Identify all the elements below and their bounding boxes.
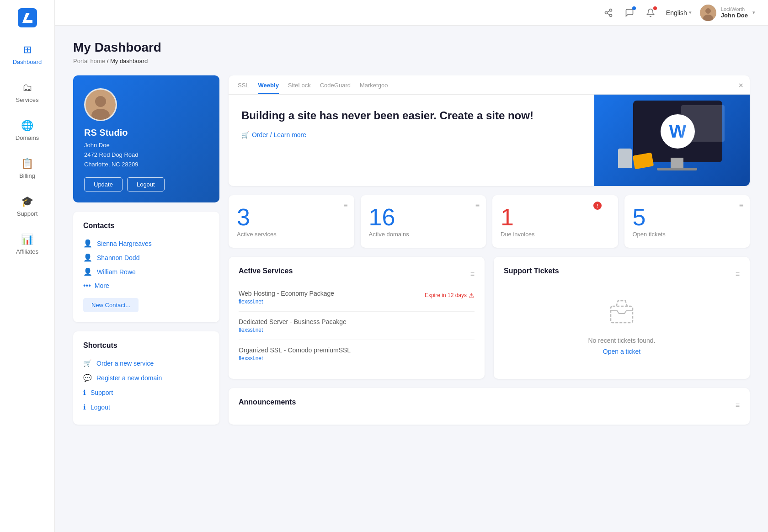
announcements-menu-icon[interactable]: ≡ (736, 401, 740, 410)
profile-studio: RS Studio (84, 128, 128, 138)
close-button[interactable]: × (738, 81, 743, 90)
content-area: My Dashboard Portal home / My dashboard (55, 26, 768, 532)
contact-item[interactable]: 👤 Sienna Hargreaves (83, 236, 209, 250)
service-name: Organized SSL - Comodo premiumSSL (239, 346, 475, 354)
contacts-title: Contacts (83, 222, 209, 230)
chat-icon-btn[interactable] (622, 5, 637, 20)
contact-item[interactable]: 👤 Shannon Dodd (83, 250, 209, 265)
language-selector[interactable]: English ▾ (666, 9, 692, 16)
shortcut-support[interactable]: ℹ Support (83, 385, 209, 400)
stat-menu-icon[interactable]: ≡ (475, 202, 480, 210)
stat-menu-icon[interactable]: ≡ (739, 202, 743, 210)
user-fullname: John Doe (721, 12, 748, 19)
service-domain[interactable]: flexssl.net (239, 298, 334, 305)
stat-number-tickets: 5 (633, 205, 646, 229)
contact-item[interactable]: 👤 William Rowe (83, 265, 209, 279)
open-ticket-link[interactable]: Open a ticket (603, 348, 641, 355)
notification-icon-btn[interactable] (643, 5, 658, 20)
stat-card-domains: ≡ 16 Active domains (361, 195, 486, 248)
user-company: LockWorth (721, 6, 748, 12)
stat-label-domains: Active domains (369, 231, 409, 238)
more-label: More (95, 282, 109, 289)
svg-rect-0 (18, 8, 37, 27)
domain-register-icon: 💬 (83, 374, 92, 382)
shortcut-order[interactable]: 🛒 Order a new service (83, 356, 209, 371)
profile-card: RS Studio John Doe 2472 Red Dog Road Cha… (73, 75, 219, 202)
sidebar-logo (0, 0, 54, 36)
tab-marketgoo[interactable]: Marketgoo (360, 82, 388, 94)
svg-point-10 (95, 96, 106, 107)
sidebar: ⊞ Dashboard 🗂 Services 🌐 Domains 📋 Billi… (0, 0, 55, 532)
svg-line-4 (607, 13, 610, 15)
tab-ssl[interactable]: SSL (238, 82, 249, 94)
main-wrapper: English ▾ LockWorth John Doe ▾ My Dashbo… (55, 0, 768, 532)
update-button[interactable]: Update (84, 177, 123, 192)
sidebar-item-domains[interactable]: 🌐 Domains (0, 112, 54, 149)
profile-name: John Doe (84, 141, 110, 150)
tab-sitelock[interactable]: SiteLock (288, 82, 311, 94)
contact-name: Shannon Dodd (97, 254, 139, 261)
banner-text: Building a site has never been easier. C… (229, 95, 594, 186)
profile-actions: Update Logout (84, 177, 165, 192)
shortcut-logout[interactable]: ℹ Logout (83, 400, 209, 415)
contact-name: Sienna Hargreaves (97, 240, 152, 247)
service-item: Web Hosting - Economy Package flexssl.ne… (239, 283, 475, 312)
sidebar-item-support[interactable]: 🎓 Support (0, 187, 54, 225)
sidebar-item-billing[interactable]: 📋 Billing (0, 149, 54, 187)
sidebar-item-label: Dashboard (13, 59, 42, 65)
sidebar-item-affiliates[interactable]: 📊 Affiliates (0, 225, 54, 263)
service-item: Organized SSL - Comodo premiumSSL flexss… (239, 340, 475, 368)
sidebar-item-services[interactable]: 🗂 Services (0, 74, 54, 112)
stat-number-domains: 16 (369, 205, 395, 229)
banner-link-label: Order / Learn more (252, 131, 306, 138)
right-column: × SSL Weebly SiteLock CodeGuard Marketgo… (229, 75, 750, 425)
person-icon: 👤 (83, 239, 92, 248)
svg-line-5 (607, 11, 610, 12)
svg-rect-12 (611, 306, 633, 323)
svg-point-2 (605, 11, 607, 14)
notification-badge (653, 6, 657, 10)
tickets-header: Support Tickets ≡ (504, 267, 740, 282)
tab-codeguard[interactable]: CodeGuard (320, 82, 351, 94)
stat-number-services: 3 (237, 205, 250, 229)
sidebar-item-label: Domains (16, 134, 39, 141)
sidebar-item-dashboard[interactable]: ⊞ Dashboard (0, 36, 54, 74)
service-name: Dedicated Server - Business Pacakge (239, 318, 475, 325)
left-column: RS Studio John Doe 2472 Red Dog Road Cha… (73, 75, 219, 425)
banner-order-link[interactable]: 🛒 Order / Learn more (241, 131, 581, 138)
services-menu-icon[interactable]: ≡ (470, 270, 475, 278)
ellipsis-icon: ••• (83, 282, 91, 290)
share-icon-btn[interactable] (601, 5, 616, 20)
shortcut-domain[interactable]: 💬 Register a new domain (83, 371, 209, 385)
expire-label: Expire in 12 days (425, 292, 467, 298)
stat-card-invoices: ! 1 Due invoices (492, 195, 618, 248)
service-domain[interactable]: flexssl.net (239, 355, 475, 362)
sidebar-item-label: Support (17, 210, 38, 217)
user-info[interactable]: LockWorth John Doe ▾ (700, 5, 755, 21)
shortcut-label: Support (91, 389, 113, 396)
active-services-card: Active Services ≡ Web Hosting - Economy … (229, 257, 485, 379)
banner-image: W (594, 95, 750, 186)
stat-label-tickets: Open tickets (633, 231, 666, 238)
logout-button[interactable]: Logout (127, 177, 165, 192)
service-domain[interactable]: flexssl.net (239, 327, 475, 333)
tickets-title: Support Tickets (504, 267, 559, 275)
avatar (700, 5, 716, 21)
shortcuts-card: Shortcuts 🛒 Order a new service 💬 Regist… (73, 331, 219, 425)
breadcrumb-home[interactable]: Portal home (73, 58, 105, 64)
language-label: English (666, 9, 687, 16)
affiliates-icon: 📊 (21, 234, 33, 245)
more-link[interactable]: ••• More (83, 279, 209, 293)
support-icon: 🎓 (21, 196, 33, 207)
page-title: My Dashboard (73, 40, 750, 55)
bottom-row: Active Services ≡ Web Hosting - Economy … (229, 257, 750, 379)
billing-icon: 📋 (21, 158, 33, 170)
new-contact-button[interactable]: New Contact... (83, 298, 139, 312)
profile-avatar (84, 88, 117, 121)
stat-menu-icon[interactable]: ≡ (343, 202, 347, 210)
header: English ▾ LockWorth John Doe ▾ (55, 0, 768, 26)
services-icon: 🗂 (22, 82, 32, 94)
tickets-menu-icon[interactable]: ≡ (736, 270, 740, 278)
tab-weebly[interactable]: Weebly (258, 82, 279, 94)
cart-icon: 🛒 (83, 359, 92, 367)
